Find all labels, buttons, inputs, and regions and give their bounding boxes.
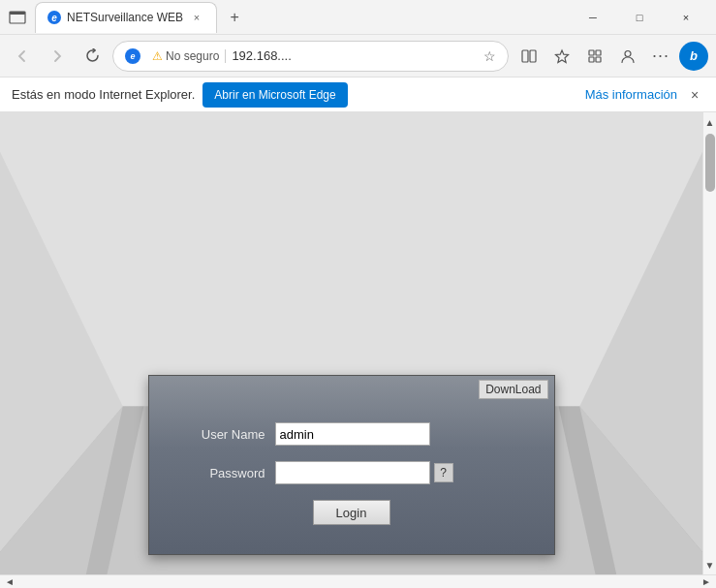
refresh-button[interactable]	[78, 42, 107, 71]
login-btn-row: Login	[178, 500, 525, 525]
svg-rect-7	[596, 57, 601, 62]
login-button[interactable]: Login	[313, 500, 390, 525]
browser-menu	[8, 8, 27, 27]
horizontal-scrollbar[interactable]: ◄ ►	[0, 574, 716, 588]
svg-rect-1	[10, 12, 25, 15]
bing-button[interactable]: b	[679, 42, 708, 71]
nav-right-icons: ··· b	[514, 42, 708, 71]
split-screen-button[interactable]	[514, 42, 544, 71]
back-button[interactable]	[8, 42, 37, 71]
address-bar[interactable]: e ⚠ No seguro 192.168.... ☆	[112, 41, 509, 72]
tab-area: e NETSurveillance WEB × +	[35, 2, 563, 33]
bing-icon: b	[690, 48, 698, 63]
username-row: User Name	[178, 422, 525, 446]
password-help-icon[interactable]: ?	[434, 463, 453, 482]
scroll-thumb[interactable]	[705, 134, 715, 192]
more-info-link[interactable]: Más información	[585, 87, 677, 102]
tab-favicon: e	[47, 11, 61, 24]
navigation-bar: e ⚠ No seguro 192.168.... ☆ ···	[0, 35, 716, 77]
info-bar-text: Estás en modo Internet Explorer.	[12, 87, 195, 102]
svg-point-8	[625, 50, 631, 56]
title-bar: e NETSurveillance WEB × + ─ □ ×	[0, 0, 716, 35]
close-button[interactable]: ×	[664, 2, 708, 33]
window-controls: ─ □ ×	[571, 2, 708, 33]
scroll-down-arrow[interactable]: ▼	[703, 555, 716, 574]
scroll-up-arrow[interactable]: ▲	[703, 112, 716, 132]
login-box: DownLoad User Name Password ? Login	[148, 375, 555, 555]
vertical-scrollbar[interactable]: ▲ ▼	[702, 112, 716, 574]
username-label: User Name	[178, 427, 265, 442]
svg-rect-4	[589, 50, 594, 55]
web-content-area: Language: English Spanish Chinese	[0, 112, 716, 574]
collections-button[interactable]	[580, 42, 609, 71]
password-row: Password ?	[178, 461, 525, 484]
password-input[interactable]	[275, 461, 430, 484]
download-button[interactable]: DownLoad	[479, 380, 547, 399]
star-icon[interactable]: ☆	[483, 48, 496, 64]
svg-rect-5	[596, 50, 601, 55]
profile-button[interactable]	[613, 42, 642, 71]
open-in-edge-button[interactable]: Abrir en Microsoft Edge	[202, 82, 347, 108]
maximize-button[interactable]: □	[617, 2, 662, 33]
scroll-track[interactable]	[703, 132, 716, 555]
ie-mode-message: Estás en modo Internet Explorer.	[12, 87, 195, 102]
info-bar-close-button[interactable]: ×	[685, 85, 704, 105]
minimize-button[interactable]: ─	[571, 2, 615, 33]
tab-title: NETSurveillance WEB	[67, 11, 183, 24]
scroll-left-arrow[interactable]: ◄	[0, 575, 19, 588]
tab-close-btn[interactable]: ×	[189, 10, 204, 25]
scroll-right-arrow[interactable]: ►	[697, 575, 716, 588]
svg-marker-12	[0, 112, 702, 407]
favorites-button[interactable]	[547, 42, 576, 71]
svg-rect-2	[522, 50, 528, 62]
password-label: Password	[178, 466, 265, 480]
username-input[interactable]	[275, 422, 430, 446]
site-favicon: e	[125, 48, 140, 64]
forward-button[interactable]	[43, 42, 72, 71]
tab-netsurveillance[interactable]: e NETSurveillance WEB ×	[35, 2, 217, 33]
browser-logo	[8, 8, 27, 27]
login-box-header: DownLoad	[149, 376, 554, 403]
page-content: Language: English Spanish Chinese	[0, 112, 702, 574]
security-label: No seguro	[166, 49, 219, 63]
info-bar: Estás en modo Internet Explorer. Abrir e…	[0, 77, 716, 112]
more-button[interactable]: ···	[646, 42, 675, 71]
address-text: 192.168....	[232, 48, 478, 63]
warning-icon: ⚠	[152, 49, 163, 63]
svg-rect-3	[530, 50, 536, 62]
security-badge: ⚠ No seguro	[146, 49, 226, 63]
scroll-track-h[interactable]	[19, 577, 697, 587]
new-tab-button[interactable]: +	[221, 4, 248, 31]
svg-rect-6	[589, 57, 594, 62]
login-form: User Name Password ? Login	[149, 403, 554, 554]
